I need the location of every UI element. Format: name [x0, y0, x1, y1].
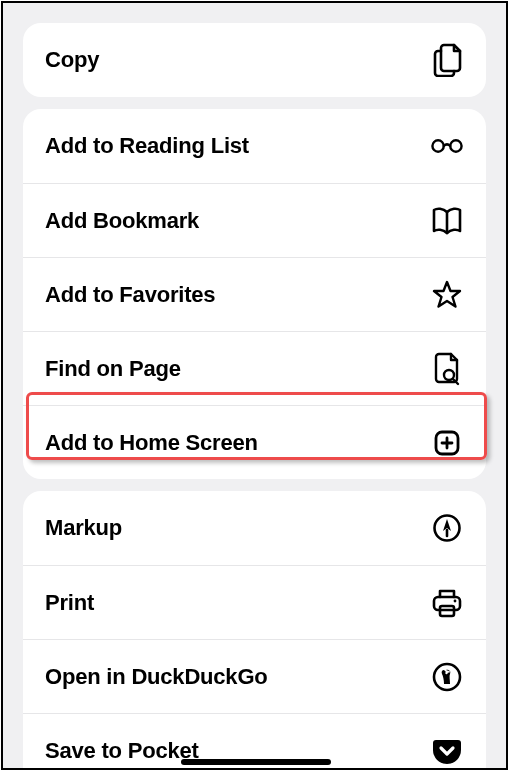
action-group: Markup Print Open in DuckDu — [23, 491, 486, 770]
plus-app-icon — [430, 426, 464, 460]
eyeglasses-icon — [430, 129, 464, 163]
doc-search-icon — [430, 352, 464, 386]
action-label: Add to Home Screen — [45, 430, 258, 456]
action-print[interactable]: Print — [23, 565, 486, 639]
svg-point-0 — [432, 140, 443, 151]
share-sheet-actions: Copy Add to Reading List Add — [1, 1, 508, 770]
action-label: Add Bookmark — [45, 208, 199, 234]
doc-on-doc-icon — [430, 43, 464, 77]
action-group: Add to Reading List Add Bookmark Add to … — [23, 109, 486, 479]
home-indicator[interactable] — [181, 759, 331, 765]
action-add-bookmark[interactable]: Add Bookmark — [23, 183, 486, 257]
pen-circle-icon — [430, 511, 464, 545]
action-group: Copy — [23, 23, 486, 97]
action-copy[interactable]: Copy — [23, 23, 486, 97]
star-icon — [430, 278, 464, 312]
action-label: Print — [45, 590, 94, 616]
action-label: Find on Page — [45, 356, 181, 382]
svg-point-7 — [454, 599, 457, 602]
svg-point-9 — [445, 671, 447, 673]
action-add-reading-list[interactable]: Add to Reading List — [23, 109, 486, 183]
action-label: Open in DuckDuckGo — [45, 664, 268, 690]
printer-icon — [430, 586, 464, 620]
action-label: Add to Reading List — [45, 133, 249, 159]
duckduckgo-icon — [430, 660, 464, 694]
action-add-home-screen[interactable]: Add to Home Screen — [23, 405, 486, 479]
action-markup[interactable]: Markup — [23, 491, 486, 565]
action-label: Save to Pocket — [45, 738, 199, 764]
book-icon — [430, 204, 464, 238]
action-label: Copy — [45, 47, 99, 73]
action-label: Markup — [45, 515, 122, 541]
svg-rect-5 — [434, 597, 460, 610]
pocket-icon — [430, 734, 464, 768]
svg-point-1 — [450, 140, 461, 151]
action-find-on-page[interactable]: Find on Page — [23, 331, 486, 405]
action-label: Add to Favorites — [45, 282, 215, 308]
action-add-favorites[interactable]: Add to Favorites — [23, 257, 486, 331]
action-open-duckduckgo[interactable]: Open in DuckDuckGo — [23, 639, 486, 713]
